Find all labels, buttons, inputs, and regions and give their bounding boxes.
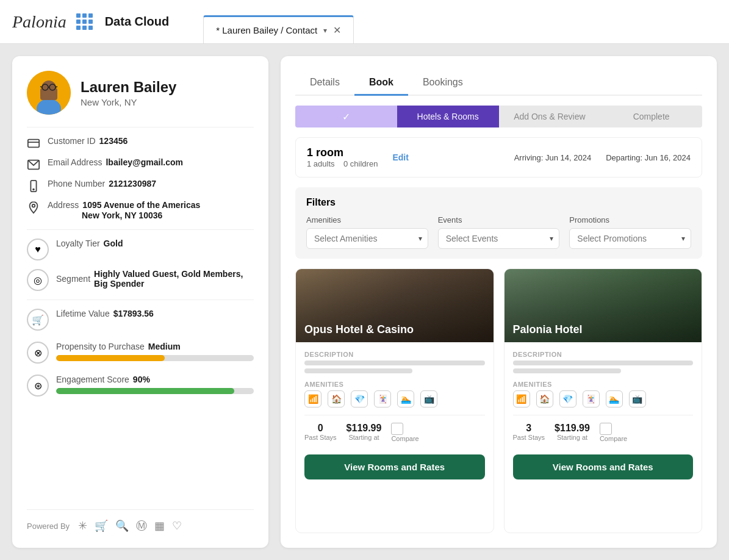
opus-view-button[interactable]: View Rooms and Rates (304, 454, 485, 479)
powered-icon-1[interactable]: ✳ (78, 519, 87, 533)
info-section: Customer ID 123456 Email Address lbailey… (27, 127, 254, 229)
palonia-stays-label: Past Stays (513, 434, 545, 441)
lifetime-value: $17893.56 (113, 309, 154, 318)
segment-row: ◎ Segment Highly Valued Guest, Gold Memb… (27, 269, 254, 291)
filters-box: Filters Amenities Select Amenities ▾ Eve… (295, 187, 702, 259)
powered-icon-3[interactable]: 🔍 (115, 519, 129, 533)
opus-stays-label: Past Stays (304, 434, 337, 441)
tier-section: ♥ Loyalty Tier Gold ◎ Segment Highly Val… (27, 229, 254, 300)
hotel-opus-image: Opus Hotel & Casino (296, 269, 494, 342)
room-count: 1 room (307, 146, 378, 159)
filter-events: Events Select Events ▾ (438, 215, 560, 249)
amenities-select[interactable]: Select Amenities (306, 228, 428, 249)
booking-dates: Arriving: Jun 14, 2024 Departing: Jun 16… (514, 153, 691, 162)
opus-compare-checkbox[interactable] (391, 423, 403, 435)
customer-id-label: Customer ID (48, 136, 96, 146)
filters-row: Amenities Select Amenities ▾ Events Sele… (306, 215, 691, 249)
amenities-label: Amenities (306, 215, 428, 224)
engagement-label: Engagement Score (56, 375, 129, 384)
cards-icon: 🃏 (374, 390, 391, 407)
powered-label: Powered By (27, 522, 70, 531)
hotel-opus-amenity-icons: 📶 🏠 💎 🃏 🏊 📺 (304, 390, 485, 407)
engagement-icon: ⊛ (27, 375, 49, 397)
loyalty-row: ♥ Loyalty Tier Gold (27, 239, 254, 260)
step-2-label: Hotels & Rooms (417, 112, 479, 121)
address-icon (27, 201, 40, 214)
customer-id-row: Customer ID 123456 (27, 136, 254, 150)
edit-link[interactable]: Edit (392, 153, 408, 162)
progress-section: 🛒 Lifetime Value $17893.56 ⊗ Propensity … (27, 300, 254, 405)
arriving-text: Arriving: Jun 14, 2024 (514, 153, 592, 162)
promotions-label: Promotions (569, 215, 691, 224)
tab-close-icon[interactable]: ✕ (333, 24, 341, 36)
address-row: Address 1095 Avenue of the Americas New … (27, 200, 254, 221)
pool-icon: 🏊 (397, 390, 414, 407)
hotel-palonia-desc-label: DESCRIPTION (513, 351, 694, 358)
step-4-label: Complete (633, 112, 670, 121)
opus-compare-label: Compare (391, 435, 418, 442)
palonia-wifi-icon: 📶 (513, 390, 530, 407)
powered-icon-2[interactable]: 🛒 (95, 519, 108, 533)
customer-id-value: 123456 (99, 136, 128, 146)
phone-row: Phone Number 2121230987 (27, 179, 254, 193)
restaurant-icon: 🏠 (328, 390, 345, 407)
email-icon (27, 158, 40, 171)
loyalty-label: Loyalty Tier (56, 239, 100, 248)
events-select[interactable]: Select Events (438, 228, 560, 249)
opus-price-value: $119.99 (347, 423, 382, 434)
promotions-select[interactable]: Select Promotions (569, 228, 691, 249)
palonia-cards-icon: 🃏 (583, 390, 600, 407)
hotel-opus-footer: 0 Past Stays $119.99 Starting at Compare (304, 415, 485, 442)
propensity-row: ⊗ Propensity to Purchase Medium (27, 342, 254, 364)
lifetime-row: 🛒 Lifetime Value $17893.56 (27, 309, 254, 331)
palonia-price: $119.99 Starting at (555, 423, 590, 441)
hotel-palonia-amenities-label: AMENITIES (513, 381, 694, 388)
grid-icon[interactable] (76, 13, 93, 30)
desc-line-2 (304, 368, 412, 373)
step-4: Complete (600, 106, 702, 127)
booking-info: 1 room 1 adults 0 children Edit Arriving… (295, 137, 702, 178)
tab-details[interactable]: Details (295, 71, 354, 96)
palonia-view-button[interactable]: View Rooms and Rates (513, 454, 694, 479)
hotel-opus-body: DESCRIPTION AMENITIES 📶 🏠 💎 🃏 (296, 342, 494, 533)
powered-by: Powered By ✳ 🛒 🔍 Ⓜ ▦ ♡ (27, 509, 254, 533)
loyalty-value: Gold (104, 239, 123, 248)
main-layout: Lauren Bailey New York, NY Customer ID 1… (0, 44, 729, 560)
profile-name: Lauren Bailey (81, 79, 176, 96)
amenities-select-wrap: Select Amenities ▾ (306, 228, 428, 249)
departing-text: Departing: Jun 16, 2024 (606, 153, 691, 162)
palonia-stays-value: 3 (513, 423, 545, 434)
tab-chevron-icon[interactable]: ▾ (323, 26, 327, 35)
spa-icon: 💎 (351, 390, 368, 407)
powered-icon-6[interactable]: ♡ (172, 519, 182, 533)
profile-location: New York, NY (81, 97, 176, 107)
nav-title: Data Cloud (105, 15, 170, 29)
palonia-tv-icon: 📺 (629, 390, 646, 407)
adults-count: 1 adults (307, 159, 335, 168)
check-icon (342, 111, 350, 123)
palonia-compare-checkbox[interactable] (600, 423, 612, 435)
tab-bookings[interactable]: Bookings (408, 71, 478, 96)
hotel-opus-amenities-section: AMENITIES 📶 🏠 💎 🃏 🏊 📺 (304, 381, 485, 407)
desc-lines-palonia (513, 361, 694, 373)
palonia-restaurant-icon: 🏠 (536, 390, 553, 407)
powered-icon-4[interactable]: Ⓜ (136, 519, 147, 533)
active-tab[interactable]: * Lauren Bailey / Contact ▾ ✕ (203, 15, 354, 43)
left-panel: Lauren Bailey New York, NY Customer ID 1… (12, 56, 268, 548)
powered-icon-5[interactable]: ▦ (154, 519, 165, 533)
hotel-card-palonia: Palonia Hotel DESCRIPTION AMENITIES 📶 (504, 268, 703, 533)
hotels-row: Opus Hotel & Casino DESCRIPTION AMENITIE… (295, 268, 702, 533)
events-select-wrap: Select Events ▾ (438, 228, 560, 249)
propensity-value: Medium (148, 342, 181, 351)
palonia-price-label: Starting at (555, 434, 590, 441)
powered-icons: ✳ 🛒 🔍 Ⓜ ▦ ♡ (78, 519, 182, 533)
tab-label: * Lauren Bailey / Contact (216, 25, 317, 35)
hotel-palonia-body: DESCRIPTION AMENITIES 📶 🏠 💎 🃏 (505, 342, 702, 533)
svg-line-8 (56, 87, 57, 87)
engagement-row: ⊛ Engagement Score 90% (27, 375, 254, 397)
email-row: Email Address lbailey@gmail.com (27, 157, 254, 171)
svg-line-7 (40, 87, 42, 87)
hotel-palonia-name: Palonia Hotel (513, 323, 583, 336)
engagement-bar-fill (56, 388, 234, 394)
tab-book[interactable]: Book (354, 71, 408, 96)
